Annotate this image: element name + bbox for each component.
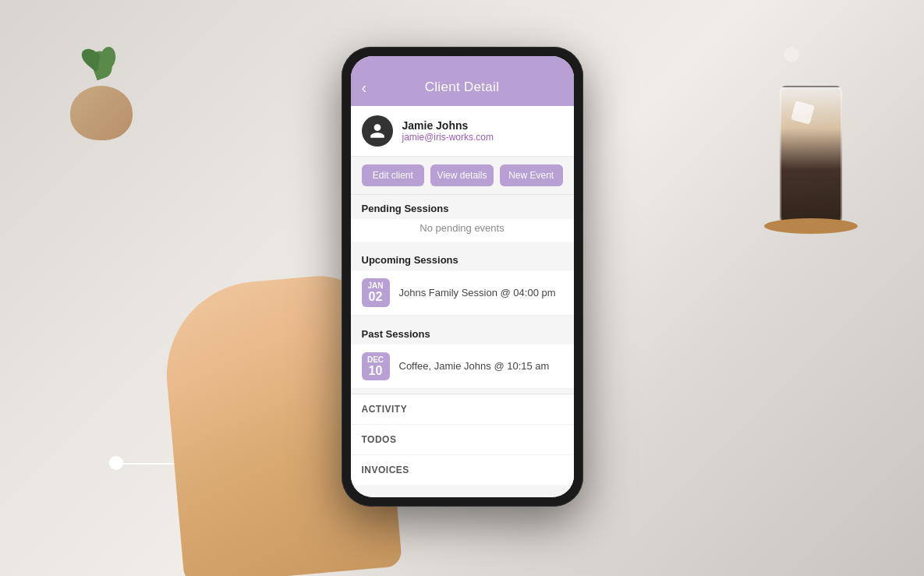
screen-content[interactable]: Jamie Johns jamie@iris-works.com Edit cl… <box>351 106 574 497</box>
pending-sessions-section: Pending Sessions No pending events <box>351 195 574 242</box>
past-month: Dec <box>362 355 390 364</box>
drink-decoration <box>760 62 862 234</box>
past-date-badge: Dec 10 <box>362 352 390 381</box>
status-bar <box>351 56 574 72</box>
upcoming-date-badge: Jan 02 <box>362 278 390 307</box>
upcoming-session-text: Johns Family Session @ 04:00 pm <box>399 287 556 299</box>
past-day: 10 <box>362 364 390 378</box>
upcoming-month: Jan <box>362 281 390 290</box>
back-button[interactable]: ‹ <box>362 79 367 97</box>
action-buttons-row: Edit client View details New Event <box>351 157 574 195</box>
view-details-button[interactable]: View details <box>430 164 494 186</box>
plant-decoration <box>47 16 156 140</box>
avatar <box>362 115 393 147</box>
past-session-item[interactable]: Dec 10 Coffee, Jamie Johns @ 10:15 am <box>351 345 574 390</box>
client-email: jamie@iris-works.com <box>402 132 494 143</box>
header-title: Client Detail <box>425 80 500 95</box>
upcoming-sessions-section: Upcoming Sessions Jan 02 Johns Family Se… <box>351 246 574 316</box>
past-sessions-section: Past Sessions Dec 10 Coffee, Jamie Johns… <box>351 320 574 390</box>
edit-client-button[interactable]: Edit client <box>362 164 425 186</box>
tab-todos[interactable]: TODOS <box>351 425 574 455</box>
client-details: Jamie Johns jamie@iris-works.com <box>402 119 494 143</box>
upcoming-day: 02 <box>362 290 390 304</box>
app-header: ‹ Client Detail <box>351 72 574 106</box>
phone-body: ‹ Client Detail Jamie Johns jamie@iris-w… <box>342 47 583 507</box>
tab-activity[interactable]: ACTIVITY <box>351 394 574 425</box>
phone-screen: ‹ Client Detail Jamie Johns jamie@iris-w… <box>351 56 574 497</box>
person-icon <box>369 122 386 140</box>
pending-sessions-heading: Pending Sessions <box>351 195 574 219</box>
past-sessions-heading: Past Sessions <box>351 320 574 345</box>
upcoming-sessions-heading: Upcoming Sessions <box>351 246 574 270</box>
phone-device: ‹ Client Detail Jamie Johns jamie@iris-w… <box>342 47 583 507</box>
pending-sessions-empty: No pending events <box>351 219 574 242</box>
new-event-button[interactable]: New Event <box>500 164 563 186</box>
tab-invoices[interactable]: INVOICES <box>351 455 574 485</box>
upcoming-session-item[interactable]: Jan 02 Johns Family Session @ 04:00 pm <box>351 270 574 316</box>
bottom-tabs: ACTIVITY TODOS INVOICES <box>351 394 574 485</box>
client-info: Jamie Johns jamie@iris-works.com <box>351 106 574 157</box>
client-name: Jamie Johns <box>402 119 494 132</box>
past-session-text: Coffee, Jamie Johns @ 10:15 am <box>399 360 550 372</box>
